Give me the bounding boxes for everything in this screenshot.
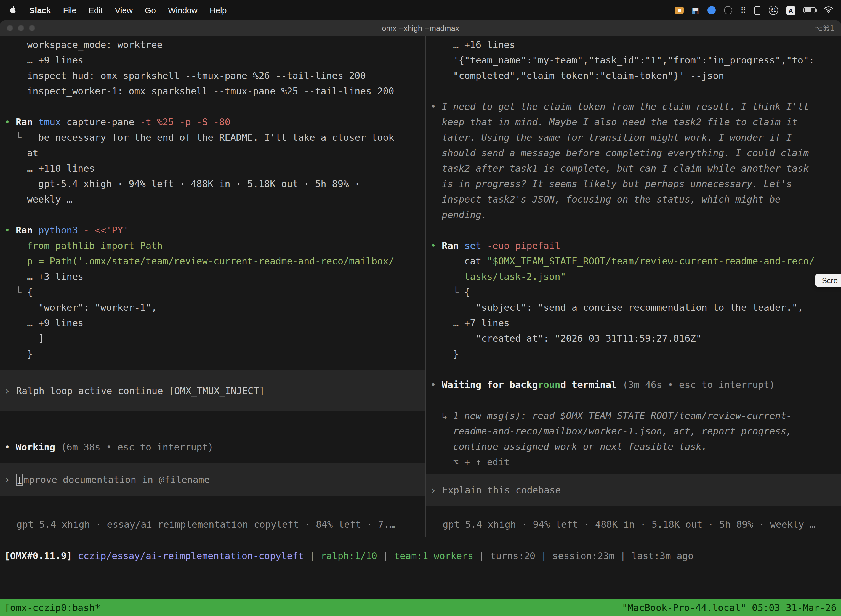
input-cursor: I bbox=[16, 473, 23, 485]
terminal-line: ] bbox=[0, 331, 425, 346]
line-segment: | bbox=[377, 550, 394, 561]
terminal-line: ↳ 1 new msg(s): read $OMX_TEAM_STATE_ROO… bbox=[426, 408, 841, 423]
line-segment: | bbox=[535, 550, 552, 561]
terminal-line bbox=[426, 223, 841, 238]
app-menu-slack[interactable]: Slack bbox=[29, 6, 51, 15]
tmux-status-bar: [omx-cczip0:bash* "MacBook-Pro-44.local"… bbox=[0, 600, 841, 616]
phone-icon[interactable] bbox=[755, 6, 760, 15]
omx-status-line: [OMX#0.11.9] cczip/essay/ai-reimplementa… bbox=[4, 549, 694, 563]
line-segment: set bbox=[464, 240, 487, 251]
terminal-line: "created_at": "2026-03-31T11:59:27.816Z" bbox=[426, 331, 841, 346]
line-segment: - <<'PY' bbox=[84, 224, 129, 236]
line-segment: … +9 lines bbox=[4, 55, 84, 66]
suggestion-chip[interactable]: › Explain this codebase bbox=[426, 474, 841, 506]
menu-item-view[interactable]: View bbox=[115, 6, 133, 15]
line-segment: is in progress? It seems likely but perh… bbox=[431, 178, 792, 189]
battery-percent-badge[interactable]: 61 bbox=[769, 6, 778, 15]
apple-icon bbox=[9, 5, 17, 14]
line-segment: • bbox=[4, 441, 16, 453]
line-segment: • bbox=[431, 379, 442, 390]
line-segment: "worker": "worker-1", bbox=[4, 302, 157, 313]
line-segment: cczip/essay/ai-reimplementation-copyleft bbox=[78, 550, 304, 561]
line-segment: Ran bbox=[442, 240, 464, 251]
terminal-line: … +3 lines bbox=[0, 269, 425, 284]
line-segment: roun bbox=[538, 379, 560, 390]
line-segment: from pathlib import Path bbox=[4, 240, 163, 251]
terminal-line: … +110 lines bbox=[0, 161, 425, 176]
line-segment: at bbox=[4, 147, 38, 158]
prompt-input[interactable]: › I mprove documentation in @filename bbox=[0, 462, 425, 496]
line-segment: d terminal bbox=[560, 379, 623, 390]
line-segment: … +9 lines bbox=[4, 317, 84, 329]
terminal-line: at bbox=[0, 145, 425, 161]
input-placeholder-text: mprove documentation in @filename bbox=[23, 474, 210, 485]
menu-item-file[interactable]: File bbox=[63, 6, 76, 15]
terminal-line: • Ran tmux capture-pane -t %25 -p -S -80 bbox=[0, 114, 425, 130]
line-segment: • bbox=[4, 116, 16, 128]
tmux-host-time: "MacBook-Pro-44.local" 05:03 31-Mar-26 bbox=[622, 602, 837, 613]
line-segment: Ran bbox=[16, 116, 38, 128]
line-segment: ⌥ + ↑ edit bbox=[431, 456, 510, 468]
line-segment: python3 bbox=[38, 224, 84, 236]
line-segment: … +16 lines bbox=[431, 39, 515, 50]
line-segment: "subject": "send a concise recommendatio… bbox=[431, 302, 803, 313]
pane-left[interactable]: workspace_mode: worktree … +9 lines insp… bbox=[0, 37, 425, 537]
terminal-line bbox=[426, 362, 841, 377]
line-segment: Waiting for backg bbox=[442, 379, 538, 390]
terminal-line: • Ran set -euo pipefail bbox=[426, 238, 841, 253]
prompt-chevron: › bbox=[4, 474, 10, 485]
terminal-line: • I need to get the claim token from the… bbox=[426, 99, 841, 114]
pane-bottom-border bbox=[0, 537, 841, 537]
line-segment: [OMX#0.11.9] bbox=[4, 550, 78, 561]
line-segment: 1 new msg(s): read $OMX_TEAM_STATE_ROOT/… bbox=[453, 410, 792, 421]
menu-item-edit[interactable]: Edit bbox=[89, 6, 103, 15]
terminal-line: p = Path('.omx/state/team/review-current… bbox=[0, 253, 425, 269]
line-segment: gpt-5.4 xhigh · 94% left · 488K in · 5.1… bbox=[4, 178, 360, 189]
menu-bar-left: Slack File Edit View Go Window Help bbox=[0, 5, 227, 16]
pane-right[interactable]: … +16 lines '{"team_name":"my-team","tas… bbox=[426, 37, 841, 537]
apple-menu[interactable] bbox=[9, 5, 17, 16]
terminal-line bbox=[0, 99, 425, 114]
working-status: • Working (6m 38s • esc to interrupt) bbox=[0, 439, 425, 455]
terminal-line: weekly … bbox=[0, 192, 425, 207]
line-segment: └ bbox=[4, 286, 27, 298]
keyboard-icon[interactable]: ▦ bbox=[692, 6, 699, 14]
terminal-line: … +9 lines bbox=[0, 315, 425, 331]
menu-item-window[interactable]: Window bbox=[168, 6, 198, 15]
line-segment: • bbox=[431, 101, 442, 112]
battery-icon[interactable] bbox=[803, 7, 816, 13]
line-segment: ralph:1/10 bbox=[321, 550, 377, 561]
line-segment: … +110 lines bbox=[4, 163, 95, 174]
line-segment: should send a message before completing … bbox=[431, 147, 809, 158]
wifi-icon[interactable] bbox=[824, 6, 833, 15]
line-segment: -t %25 -p -S -80 bbox=[140, 116, 230, 128]
line-segment: session:23m bbox=[552, 550, 614, 561]
terminal-line: └ be necessary for the end of the README… bbox=[0, 130, 425, 145]
line-segment: capture-pane bbox=[66, 116, 140, 128]
terminal-line: └ { bbox=[426, 284, 841, 300]
line-segment: └ bbox=[4, 132, 38, 143]
terminal-line: inspect_worker-1: omx sparkshell --tmux-… bbox=[0, 84, 425, 99]
screen-recording-indicator-icon[interactable] bbox=[675, 7, 683, 14]
line-segment: p = Path('.omx/state/team/review-current… bbox=[4, 255, 394, 267]
line-segment: | bbox=[614, 550, 631, 561]
window-title: omx --xhigh --madmax bbox=[0, 21, 841, 37]
line-segment: inspect_worker-1: omx sparkshell --tmux-… bbox=[4, 85, 394, 97]
line-segment: '{"team_name":"my-team","task_id":"1","f… bbox=[431, 55, 815, 66]
model-status-left: gpt-5.4 xhigh · essay/ai-reimplementatio… bbox=[0, 517, 425, 532]
model-status-right: gpt-5.4 xhigh · 94% left · 488K in · 5.1… bbox=[426, 517, 841, 532]
line-segment: Ran bbox=[16, 224, 38, 236]
input-source-icon[interactable]: A bbox=[786, 6, 795, 15]
line-segment: cat bbox=[431, 255, 487, 267]
launchpad-icon[interactable]: ⠿ bbox=[740, 6, 746, 14]
dark-app-icon[interactable] bbox=[724, 6, 732, 14]
menu-item-help[interactable]: Help bbox=[210, 6, 227, 15]
terminal-line bbox=[426, 392, 841, 408]
terminal-content: workspace_mode: worktree … +9 lines insp… bbox=[0, 37, 841, 616]
line-segment: } bbox=[431, 348, 459, 359]
terminal-line: ⌥ + ↑ edit bbox=[426, 454, 841, 470]
terminal-line: later. Using the same for transition mig… bbox=[426, 130, 841, 145]
terminal-line: } bbox=[0, 346, 425, 362]
blue-app-icon[interactable] bbox=[707, 6, 715, 14]
menu-item-go[interactable]: Go bbox=[145, 6, 156, 15]
